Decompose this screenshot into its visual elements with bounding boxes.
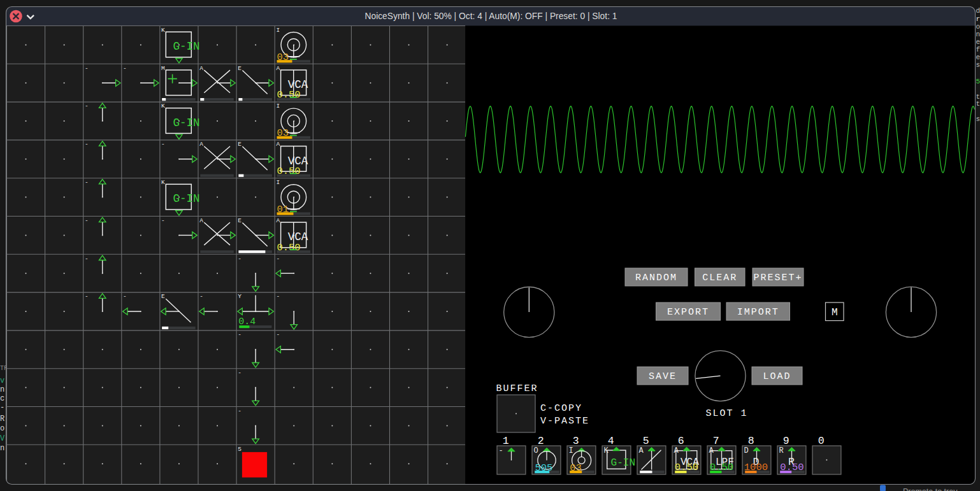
svg-text:R: R [0, 415, 4, 423]
svg-text:I: I [276, 27, 280, 34]
svg-text:-: - [238, 369, 241, 376]
svg-text:-: - [276, 293, 280, 300]
svg-text:d: d [976, 7, 980, 15]
svg-text:-: - [161, 217, 165, 224]
svg-text:e: e [976, 53, 980, 61]
svg-text:A: A [199, 217, 203, 224]
svg-text:M: M [832, 307, 838, 318]
svg-text:505: 505 [535, 462, 552, 474]
svg-text:A: A [276, 217, 280, 224]
svg-text:-: - [161, 141, 165, 148]
svg-text:G-IN: G-IN [173, 192, 200, 205]
svg-text:-: - [85, 65, 89, 72]
svg-text:0.50: 0.50 [277, 242, 300, 253]
svg-text:E: E [238, 217, 241, 224]
svg-text:IMPORT: IMPORT [737, 307, 779, 318]
svg-text:D: D [744, 446, 749, 455]
svg-text:c: c [0, 394, 4, 403]
svg-text:E: E [161, 293, 165, 300]
svg-text:-: - [123, 65, 127, 72]
svg-text:I: I [569, 446, 573, 455]
svg-text:I: I [276, 103, 280, 110]
svg-text:-: - [238, 408, 241, 415]
svg-text:G-IN: G-IN [173, 117, 200, 129]
svg-text:A: A [639, 446, 644, 455]
svg-text:o: o [976, 23, 980, 31]
svg-text:0.50: 0.50 [780, 462, 803, 473]
svg-text:NoiceSynth | Vol: 50% | Oct: 4: NoiceSynth | Vol: 50% | Oct: 4 | Auto(M)… [365, 11, 617, 21]
svg-text:EXPORT: EXPORT [667, 307, 709, 318]
svg-text:0.50: 0.50 [277, 166, 300, 177]
svg-text:5: 5 [238, 446, 241, 453]
svg-text:LOAD: LOAD [763, 371, 791, 382]
svg-text:K: K [604, 446, 609, 455]
svg-text:0.50: 0.50 [710, 462, 733, 473]
svg-text:1000: 1000 [744, 462, 768, 473]
svg-text:PRESET+: PRESET+ [753, 273, 802, 283]
svg-text:K: K [161, 103, 165, 110]
svg-text:-: - [238, 255, 241, 262]
svg-text:o: o [0, 424, 4, 433]
svg-text:Y: Y [238, 293, 241, 300]
svg-text:-: - [276, 331, 280, 338]
svg-text:03: 03 [277, 127, 289, 139]
svg-text:K: K [161, 179, 165, 186]
svg-text:v: v [0, 376, 4, 385]
svg-text:6: 6 [678, 435, 684, 447]
svg-text:9: 9 [783, 435, 789, 447]
svg-text:RANDOM: RANDOM [635, 273, 677, 283]
svg-text:0.50: 0.50 [277, 89, 300, 101]
svg-text:03: 03 [570, 462, 582, 474]
svg-text:A: A [276, 141, 280, 148]
svg-text:1: 1 [503, 435, 509, 447]
svg-text:I: I [276, 179, 280, 186]
svg-text:s: s [976, 115, 980, 123]
svg-text:-: - [85, 217, 89, 224]
svg-text:e: e [976, 38, 980, 46]
svg-text:2: 2 [538, 435, 544, 447]
svg-text:4: 4 [608, 435, 614, 447]
svg-text:0: 0 [818, 435, 825, 447]
svg-text:n: n [0, 385, 4, 394]
svg-text:t: t [976, 100, 980, 108]
svg-text:f: f [976, 46, 980, 53]
svg-text:-: - [123, 293, 127, 300]
svg-text:-: - [238, 331, 241, 338]
svg-text:-: - [499, 446, 503, 455]
svg-text:Promote to tray: Promote to tray [903, 487, 958, 491]
svg-text:-: - [85, 179, 89, 186]
svg-text:A: A [199, 65, 203, 72]
svg-text:-: - [85, 255, 89, 262]
svg-text:-: - [276, 255, 280, 262]
svg-text:n: n [0, 444, 4, 453]
svg-text:03: 03 [277, 52, 289, 63]
svg-text:-: - [85, 103, 89, 110]
svg-text:CLEAR: CLEAR [702, 273, 737, 283]
svg-text:G-IN: G-IN [173, 40, 200, 53]
svg-text:-: - [85, 141, 89, 148]
svg-text:n: n [976, 31, 980, 38]
svg-text:SLOT 1: SLOT 1 [706, 408, 748, 419]
svg-text:r: r [976, 15, 980, 23]
svg-text:C-COPY: C-COPY [540, 403, 582, 414]
svg-text:-: - [85, 293, 89, 300]
svg-text:K: K [161, 27, 165, 34]
svg-text:-: - [0, 403, 4, 412]
svg-text:M: M [161, 65, 165, 72]
svg-text:7: 7 [713, 435, 719, 447]
svg-text:BUFFER: BUFFER [496, 383, 538, 394]
svg-text:5: 5 [976, 78, 980, 85]
svg-text:E: E [238, 141, 241, 148]
svg-text:V: V [0, 434, 5, 443]
svg-text:8: 8 [748, 435, 754, 447]
svg-text:O: O [534, 446, 538, 455]
svg-text:5: 5 [643, 435, 649, 447]
svg-text:SAVE: SAVE [649, 371, 677, 382]
svg-text:s: s [976, 61, 980, 69]
svg-text:A: A [199, 141, 203, 148]
svg-text:R: R [779, 446, 784, 455]
svg-text:3: 3 [573, 435, 579, 447]
svg-text:G-IN: G-IN [611, 457, 635, 469]
svg-text:V-PASTE: V-PASTE [540, 416, 589, 427]
svg-text:01: 01 [277, 204, 289, 215]
